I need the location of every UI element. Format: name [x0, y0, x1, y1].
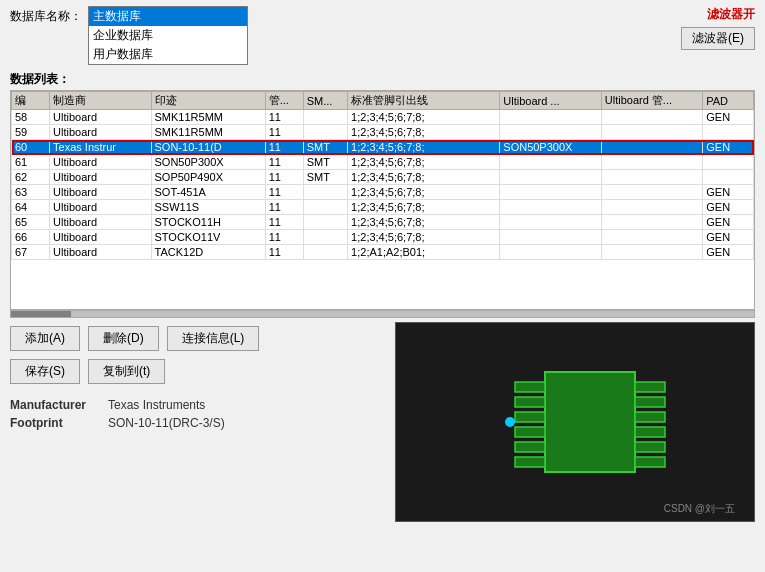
table-cell: 1;2;3;4;5;6;7;8;: [348, 185, 500, 200]
table-cell: Ultiboard: [50, 230, 151, 245]
table-cell: 61: [12, 155, 50, 170]
table-row[interactable]: 64UltiboardSSW11S111;2;3;4;5;6;7;8;GEN: [12, 200, 754, 215]
table-cell: [500, 200, 601, 215]
table-cell: Ultiboard: [50, 200, 151, 215]
credit-text: CSDN @刘一五: [664, 503, 735, 514]
table-cell: [703, 170, 754, 185]
data-table: 编 制造商 印迹 管... SM... 标准管脚引出线 Ultiboard ..…: [11, 91, 754, 260]
filter-button[interactable]: 滤波器(E): [681, 27, 755, 50]
table-cell: SOP50P490X: [151, 170, 265, 185]
table-cell: SOT-451A: [151, 185, 265, 200]
scrollbar-thumb[interactable]: [11, 311, 71, 317]
pin-left-4: [515, 427, 545, 437]
table-cell: [500, 125, 601, 140]
table-cell: SSW11S: [151, 200, 265, 215]
db-option-main[interactable]: 主数据库: [89, 7, 247, 26]
preview-panel: CSDN @刘一五: [395, 322, 755, 522]
table-cell: SMK11R5MM: [151, 110, 265, 125]
db-option-enterprise[interactable]: 企业数据库: [89, 26, 247, 45]
table-row[interactable]: 61UltiboardSON50P300X11SMT1;2;3;4;5;6;7;…: [12, 155, 754, 170]
table-cell: 11: [265, 215, 303, 230]
table-cell: GEN: [703, 230, 754, 245]
table-cell: 1;2;3;4;5;6;7;8;: [348, 215, 500, 230]
table-cell: [500, 155, 601, 170]
table-cell: SON-10-11(D: [151, 140, 265, 155]
col-header-num: 编: [12, 92, 50, 110]
table-cell: STOCKO11H: [151, 215, 265, 230]
table-cell: Texas Instrur: [50, 140, 151, 155]
table-cell: [500, 245, 601, 260]
table-cell: 1;2;3;4;5;6;7;8;: [348, 230, 500, 245]
db-label: 数据库名称：: [10, 8, 82, 25]
pin1-dot: [505, 417, 515, 427]
table-row[interactable]: 60Texas InstrurSON-10-11(D11SMT1;2;3;4;5…: [12, 140, 754, 155]
table-cell: 11: [265, 230, 303, 245]
add-button[interactable]: 添加(A): [10, 326, 80, 351]
table-cell: 1;2;3;4;5;6;7;8;: [348, 155, 500, 170]
table-cell: 63: [12, 185, 50, 200]
database-section: 数据库名称： 主数据库 企业数据库 用户数据库: [10, 6, 248, 65]
table-cell: TACK12D: [151, 245, 265, 260]
col-header-ulti1: Ultiboard ...: [500, 92, 601, 110]
connect-info-button[interactable]: 连接信息(L): [167, 326, 260, 351]
info-section: Manufacturer Texas Instruments Footprint…: [10, 396, 389, 432]
pin-right-2: [635, 397, 665, 407]
table-cell: [601, 185, 702, 200]
col-header-ulti2: Ultiboard 管...: [601, 92, 702, 110]
col-header-std: 标准管脚引出线: [348, 92, 500, 110]
pin-left-2: [515, 397, 545, 407]
top-bar: 数据库名称： 主数据库 企业数据库 用户数据库 滤波器开 滤波器(E): [0, 0, 765, 69]
table-row[interactable]: 65UltiboardSTOCKO11H111;2;3;4;5;6;7;8;GE…: [12, 215, 754, 230]
table-cell: [601, 155, 702, 170]
copy-to-button[interactable]: 复制到(t): [88, 359, 165, 384]
table-cell: 58: [12, 110, 50, 125]
table-cell: GEN: [703, 140, 754, 155]
table-row[interactable]: 63UltiboardSOT-451A111;2;3;4;5;6;7;8;GEN: [12, 185, 754, 200]
table-row[interactable]: 59UltiboardSMK11R5MM111;2;3;4;5;6;7;8;: [12, 125, 754, 140]
data-list-label: 数据列表：: [0, 69, 765, 90]
horizontal-scrollbar[interactable]: [10, 310, 755, 318]
table-cell: [303, 245, 347, 260]
table-cell: GEN: [703, 185, 754, 200]
table-cell: 11: [265, 200, 303, 215]
table-cell: [500, 170, 601, 185]
table-cell: [303, 230, 347, 245]
pin-right-4: [635, 427, 665, 437]
table-cell: GEN: [703, 245, 754, 260]
table-cell: [703, 125, 754, 140]
table-cell: 11: [265, 125, 303, 140]
db-option-user[interactable]: 用户数据库: [89, 45, 247, 64]
table-cell: 62: [12, 170, 50, 185]
col-header-smt: SM...: [303, 92, 347, 110]
table-cell: [500, 230, 601, 245]
table-cell: [303, 215, 347, 230]
table-cell: SON50P300X: [500, 140, 601, 155]
table-cell: 11: [265, 170, 303, 185]
table-cell: Ultiboard: [50, 170, 151, 185]
btn-row-2: 保存(S) 复制到(t): [10, 359, 389, 384]
delete-button[interactable]: 删除(D): [88, 326, 159, 351]
pin-right-5: [635, 442, 665, 452]
table-row[interactable]: 58UltiboardSMK11R5MM111;2;3;4;5;6;7;8;GE…: [12, 110, 754, 125]
table-cell: 64: [12, 200, 50, 215]
table-cell: 11: [265, 110, 303, 125]
manufacturer-value: Texas Instruments: [108, 398, 205, 412]
table-row[interactable]: 66UltiboardSTOCKO11V111;2;3;4;5;6;7;8;GE…: [12, 230, 754, 245]
table-cell: 1;2;3;4;5;6;7;8;: [348, 125, 500, 140]
manufacturer-row: Manufacturer Texas Instruments: [10, 396, 389, 414]
database-dropdown[interactable]: 主数据库 企业数据库 用户数据库: [88, 6, 248, 65]
data-table-container[interactable]: 编 制造商 印迹 管... SM... 标准管脚引出线 Ultiboard ..…: [10, 90, 755, 310]
col-header-pad: PAD: [703, 92, 754, 110]
table-cell: 11: [265, 245, 303, 260]
table-row[interactable]: 67UltiboardTACK12D111;2;A1;A2;B01;GEN: [12, 245, 754, 260]
table-cell: 59: [12, 125, 50, 140]
left-panel: 添加(A) 删除(D) 连接信息(L) 保存(S) 复制到(t) Manufac…: [10, 322, 389, 522]
save-button[interactable]: 保存(S): [10, 359, 80, 384]
table-cell: [500, 215, 601, 230]
manufacturer-label: Manufacturer: [10, 398, 100, 412]
table-cell: [500, 110, 601, 125]
table-cell: GEN: [703, 110, 754, 125]
pin-left-1: [515, 382, 545, 392]
table-row[interactable]: 62UltiboardSOP50P490X11SMT1;2;3;4;5;6;7;…: [12, 170, 754, 185]
table-cell: 1;2;3;4;5;6;7;8;: [348, 140, 500, 155]
